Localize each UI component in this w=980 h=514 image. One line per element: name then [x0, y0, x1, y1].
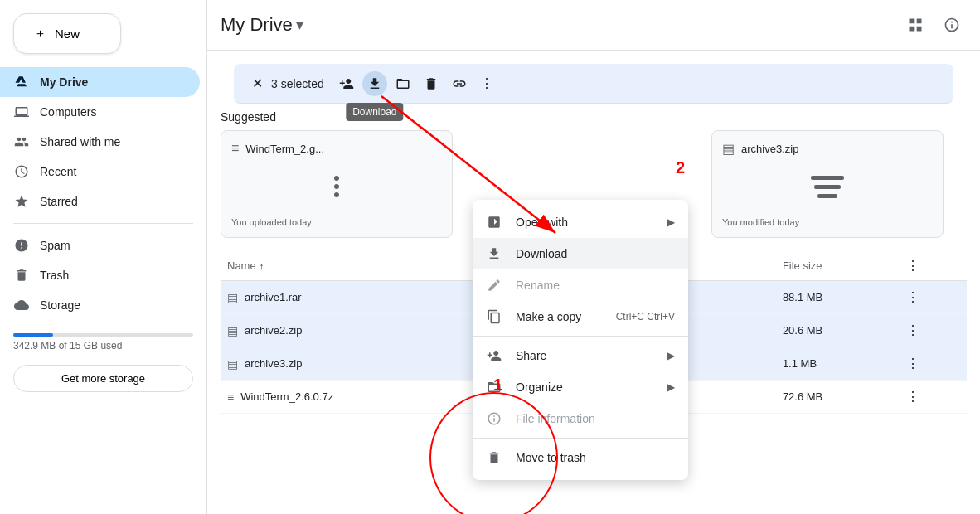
page-title: My Drive ▾ [221, 14, 894, 36]
list-icon: ≡ [231, 141, 239, 156]
suggested-card-windterm[interactable]: ≡ WindTerm_2.g... You uploaded today [221, 130, 453, 238]
menu-item-copy[interactable]: Make a copy Ctrl+C Ctrl+V [473, 301, 688, 332]
download-tooltip: Download [346, 103, 403, 121]
info-button[interactable] [937, 10, 967, 40]
menu-item-share[interactable]: Share ▶ [473, 340, 688, 371]
menu-label: Open with [516, 216, 654, 229]
get-storage-button[interactable]: Get more storage [13, 365, 193, 392]
sidebar-item-label: Shared with me [40, 135, 120, 148]
list-icon: ≡ [227, 390, 234, 404]
trash-menu-icon [486, 450, 502, 465]
archive-icon: ▤ [227, 357, 238, 371]
sidebar-item-label: Computers [40, 105, 96, 119]
header-title-text: My Drive [221, 14, 293, 36]
sidebar-item-label: Starred [40, 195, 78, 208]
sidebar-item-label: Recent [40, 165, 76, 178]
close-selection-button[interactable]: ✕ [247, 70, 268, 96]
card-header: ≡ WindTerm_2.g... [231, 141, 442, 156]
menu-item-open-with[interactable]: Open with ▶ [473, 206, 688, 238]
sort-arrow-icon: ↑ [260, 261, 264, 271]
menu-label: Download [516, 247, 675, 260]
dot-2 [334, 184, 339, 189]
move-button[interactable] [391, 71, 415, 96]
menu-item-file-info: File information [473, 403, 688, 434]
menu-label: File information [516, 412, 675, 425]
storage-bar-bg [13, 333, 193, 337]
computer-icon [13, 104, 30, 120]
sidebar-item-label: Trash [40, 269, 69, 282]
sidebar-item-recent[interactable]: Recent [0, 157, 200, 187]
col-name[interactable]: Name ↑ [221, 251, 494, 281]
new-button[interactable]: ＋ New [13, 13, 121, 54]
menu-label: Make a copy [516, 310, 603, 323]
link-button[interactable] [447, 71, 472, 96]
suggested-card-archive3[interactable]: ▤ archive3.zip You modified today [711, 130, 944, 238]
menu-item-rename: Rename [473, 269, 688, 301]
menu-item-trash[interactable]: Move to trash [473, 442, 688, 473]
open-with-icon [486, 215, 502, 230]
selection-toolbar: ✕ 3 selected Download ⋮ [234, 64, 953, 104]
row-more-button[interactable]: ⋮ [905, 321, 921, 340]
menu-label: Organize [516, 381, 654, 394]
card-header: ▤ archive3.zip [722, 141, 933, 157]
row-more-button[interactable]: ⋮ [905, 288, 921, 307]
sidebar-divider [13, 223, 193, 224]
organize-icon [486, 380, 502, 395]
shortcut-text: Ctrl+C Ctrl+V [616, 311, 675, 322]
drive-icon [13, 74, 30, 90]
dot-1 [334, 176, 339, 181]
menu-label: Move to trash [516, 451, 675, 464]
download-menu-icon [486, 246, 502, 261]
submenu-arrow-icon: ▶ [667, 381, 675, 393]
chevron-down-icon[interactable]: ▾ [296, 16, 303, 34]
card-thumbnail [722, 163, 933, 211]
sidebar-item-storage[interactable]: Storage [0, 290, 200, 320]
storage-bar-fill [13, 333, 53, 337]
grid-view-button[interactable] [900, 10, 930, 40]
share-icon [486, 348, 502, 363]
context-menu: Open with ▶ Download Rename Make a copy [473, 200, 688, 480]
archive-icon: ▤ [227, 324, 238, 337]
submenu-arrow-icon: ▶ [667, 350, 675, 361]
col-more-header: ⋮ [898, 251, 967, 281]
col-more-button[interactable]: ⋮ [905, 256, 921, 275]
file-name: archive2.zip [245, 324, 302, 337]
row-more-button[interactable]: ⋮ [905, 387, 921, 406]
menu-item-download[interactable]: Download [473, 238, 688, 269]
sidebar-item-starred[interactable]: Starred [0, 187, 200, 216]
archive-icon: ▤ [227, 291, 238, 304]
add-person-button[interactable] [334, 71, 359, 96]
col-size: File size [776, 251, 899, 281]
plus-icon: ＋ [34, 26, 46, 41]
download-button[interactable] [362, 71, 387, 96]
card-thumbnail [231, 162, 442, 211]
header-actions [900, 10, 967, 40]
sidebar-item-label: Storage [40, 298, 80, 312]
sidebar-item-label: Spam [40, 239, 70, 252]
people-icon [13, 133, 30, 150]
dot-3 [334, 192, 339, 197]
file-name: WindTerm_2.6.0.7z [240, 390, 333, 403]
star-icon [13, 193, 30, 210]
menu-item-organize[interactable]: Organize ▶ [473, 371, 688, 403]
trash-icon [13, 267, 30, 284]
sidebar-item-trash[interactable]: Trash [0, 260, 200, 290]
card-title: archive3.zip [741, 143, 798, 155]
sidebar-item-my-drive[interactable]: My Drive [0, 67, 200, 97]
row-more-button[interactable]: ⋮ [905, 354, 921, 373]
menu-label: Rename [516, 279, 675, 292]
copy-icon [486, 309, 502, 324]
sidebar-item-shared[interactable]: Shared with me [0, 127, 200, 157]
menu-divider [473, 336, 688, 337]
sidebar: ＋ New My Drive Computers Shared with me … [0, 0, 207, 514]
selected-count: 3 selected [271, 77, 324, 90]
sidebar-item-spam[interactable]: Spam [0, 230, 200, 260]
size-cell: 20.6 MB [776, 314, 899, 347]
size-cell: 1.1 MB [776, 347, 899, 381]
sidebar-item-label: My Drive [40, 75, 88, 89]
archive-visual [811, 176, 844, 198]
sidebar-item-computers[interactable]: Computers [0, 97, 200, 127]
toolbar-trash-button[interactable] [419, 71, 444, 96]
rename-icon [486, 278, 502, 293]
more-actions-button[interactable]: ⋮ [475, 70, 498, 96]
